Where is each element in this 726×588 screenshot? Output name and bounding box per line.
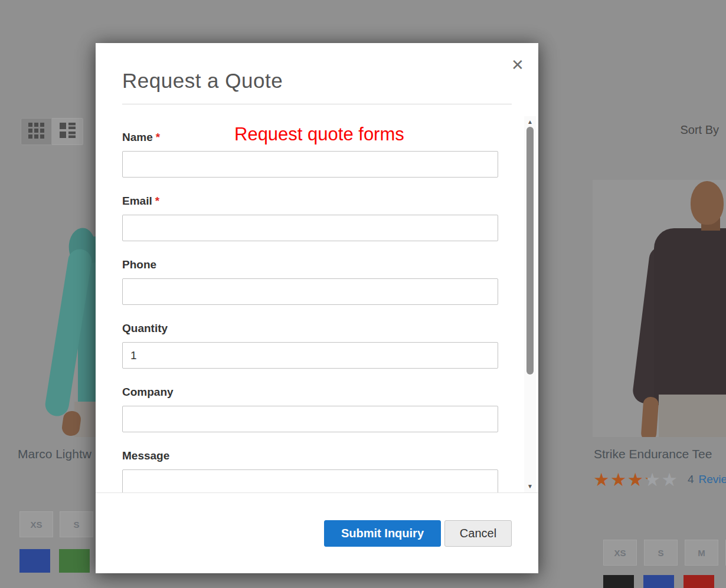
- modal-title: Request a Quote: [122, 69, 283, 93]
- color-swatch-row-left: [19, 549, 99, 573]
- color-swatch-row-right: [603, 575, 724, 588]
- sort-by-label: Sort By: [680, 123, 719, 137]
- name-input[interactable]: [122, 151, 498, 178]
- cancel-button[interactable]: Cancel: [444, 520, 512, 547]
- scrollbar-thumb[interactable]: [526, 127, 534, 375]
- field-phone: Phone: [122, 258, 498, 305]
- model-head: [691, 181, 724, 225]
- color-swatch-black[interactable]: [603, 575, 634, 588]
- product-image-right: [593, 180, 726, 437]
- size-swatch-xs[interactable]: XS: [19, 511, 53, 537]
- color-swatch-blue[interactable]: [643, 575, 674, 588]
- company-label: Company: [122, 386, 498, 399]
- rating-row: ★★★★★ ★★★★★ 4 Review: [593, 468, 726, 491]
- grid-view-button[interactable]: [21, 118, 52, 145]
- size-swatch-row-right: XS S M: [603, 540, 726, 566]
- color-swatch-red[interactable]: [684, 575, 714, 588]
- product-image-left: [0, 180, 96, 437]
- model-pants: [659, 395, 726, 437]
- field-quantity: Quantity: [122, 322, 498, 369]
- required-asterisk: *: [155, 195, 159, 207]
- view-mode-toggle: [21, 118, 83, 145]
- stars-filled: ★★★★★: [593, 471, 647, 489]
- list-view-button[interactable]: [52, 118, 83, 145]
- annotation-text: Request quote forms: [234, 124, 404, 145]
- star-rating: ★★★★★ ★★★★★: [593, 471, 678, 489]
- color-swatch-blue[interactable]: [19, 549, 50, 573]
- quantity-label: Quantity: [122, 322, 498, 335]
- product-name-right[interactable]: Strike Endurance Tee: [594, 447, 712, 461]
- phone-input[interactable]: [122, 278, 498, 305]
- required-asterisk: *: [156, 131, 160, 143]
- review-count[interactable]: 4: [688, 473, 694, 486]
- list-view-icon: [60, 123, 76, 140]
- size-swatch-s[interactable]: S: [60, 511, 93, 537]
- company-input[interactable]: [122, 406, 498, 432]
- message-label: Message: [122, 449, 498, 462]
- quantity-input[interactable]: [122, 342, 498, 369]
- close-icon[interactable]: ✕: [506, 54, 529, 76]
- field-company: Company: [122, 386, 498, 432]
- grid-view-icon: [28, 123, 44, 141]
- review-link[interactable]: Review: [699, 473, 726, 486]
- model-hand: [640, 396, 659, 437]
- request-quote-modal: ✕ Request a Quote Request quote forms Na…: [96, 43, 538, 573]
- email-input[interactable]: [122, 215, 498, 241]
- model-shirt: [654, 228, 726, 405]
- size-swatch-m[interactable]: M: [685, 540, 718, 566]
- title-divider: [122, 104, 512, 104]
- size-swatch-xs[interactable]: XS: [603, 540, 637, 566]
- email-label: Email*: [122, 195, 498, 208]
- size-swatch-s[interactable]: S: [644, 540, 678, 566]
- scroll-up-icon[interactable]: ▲: [524, 117, 536, 127]
- modal-scrollbar[interactable]: ▲ ▼: [524, 116, 536, 492]
- scroll-down-icon[interactable]: ▼: [524, 482, 536, 491]
- field-email: Email*: [122, 195, 498, 241]
- color-swatch-green[interactable]: [59, 549, 90, 573]
- phone-label: Phone: [122, 258, 498, 271]
- modal-footer: Submit Inquiry Cancel: [96, 492, 538, 573]
- submit-inquiry-button[interactable]: Submit Inquiry: [324, 520, 441, 547]
- product-name-left[interactable]: Marco Lightw: [18, 447, 96, 461]
- size-swatch-row-left: XS S: [19, 511, 100, 537]
